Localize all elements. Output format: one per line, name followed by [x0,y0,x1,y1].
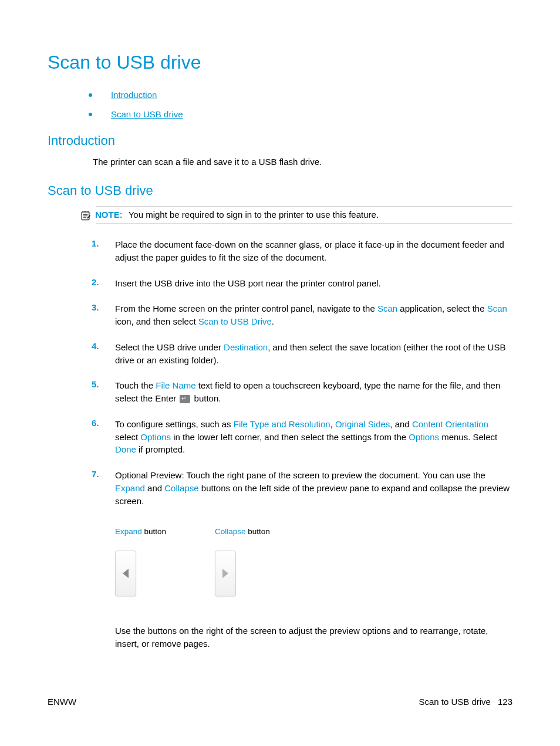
ui-term-original-sides: Original Sides [335,419,390,429]
step-number: 3. [92,302,115,328]
step-number: 4. [92,341,115,367]
arrow-left-icon [123,569,129,578]
step-text: Touch the File Name text field to open a… [115,379,512,405]
page-footer: ENWW Scan to USB drive 123 [48,697,512,707]
step-number: 7. [92,469,115,650]
expand-header: Expand button [115,526,215,538]
note-text: You might be required to sign in to the … [129,210,379,220]
ui-term-expand: Expand [115,483,145,493]
steps-list: 1. Place the document face-down on the s… [92,238,512,650]
step-1: 1. Place the document face-down on the s… [92,238,512,264]
step-5: 5. Touch the File Name text field to ope… [92,379,512,405]
footer-left: ENWW [48,697,76,707]
intro-paragraph: The printer can scan a file and save it … [93,157,512,167]
collapse-column: Collapse button [215,526,315,596]
toc-link-introduction[interactable]: Introduction [111,90,157,100]
note-icon [80,210,92,221]
page-title: Scan to USB drive [48,52,512,73]
table-of-contents: Introduction Scan to USB drive [89,90,512,119]
bullet-icon [89,93,92,97]
step-number: 1. [92,238,115,264]
step-text: From the Home screen on the printer cont… [115,302,512,328]
collapse-button-graphic [215,551,236,596]
expand-button-graphic [115,551,136,596]
arrow-right-icon [222,569,228,578]
note-box: NOTE: You might be required to sign in t… [80,207,512,224]
footer-section-label: Scan to USB drive [419,697,491,707]
step-number: 6. [92,418,115,456]
footer-right: Scan to USB drive 123 [419,697,512,707]
toc-item: Introduction [89,90,512,100]
post-table-text: Use the buttons on the right of the scre… [115,625,512,650]
ui-term-content-orientation: Content Orientation [412,419,488,429]
ui-term-scan-icon: Scan [487,303,507,313]
ui-term-file-type-resolution: File Type and Resolution [234,419,330,429]
step-text: Select the USB drive under Destination, … [115,341,512,367]
toc-item: Scan to USB drive [89,109,512,119]
step-4: 4. Select the USB drive under Destinatio… [92,341,512,367]
note-label: NOTE: [95,210,123,220]
step-text: Optional Preview: Touch the right pane o… [115,469,512,650]
section-heading-scan: Scan to USB drive [48,183,512,198]
step-number: 5. [92,379,115,405]
enter-icon [180,395,190,403]
step-6: 6. To configure settings, such as File T… [92,418,512,456]
step-text: Insert the USB drive into the USB port n… [115,277,381,290]
ui-term-file-name: File Name [156,380,195,390]
step-2: 2. Insert the USB drive into the USB por… [92,277,512,290]
ui-term-done: Done [115,444,136,454]
footer-page-number: 123 [498,697,512,707]
button-table: Expand button Collapse button [115,526,512,596]
step-text: Place the document face-down on the scan… [115,238,512,264]
ui-term-collapse: Collapse [164,483,198,493]
bullet-icon [89,113,92,116]
step-text: To configure settings, such as File Type… [115,418,512,456]
section-heading-introduction: Introduction [48,133,512,148]
step-3: 3. From the Home screen on the printer c… [92,302,512,328]
toc-link-scan-to-usb[interactable]: Scan to USB drive [111,109,183,119]
step-7: 7. Optional Preview: Touch the right pan… [92,469,512,650]
collapse-header: Collapse button [215,526,315,538]
ui-term-scan: Scan [377,303,397,313]
step-number: 2. [92,277,115,290]
expand-column: Expand button [115,526,215,596]
ui-term-options: Options [140,432,171,442]
ui-term-destination: Destination [224,342,268,352]
ui-term-options-menus: Options [409,432,439,442]
ui-term-scan-to-usb-drive: Scan to USB Drive [198,316,272,326]
